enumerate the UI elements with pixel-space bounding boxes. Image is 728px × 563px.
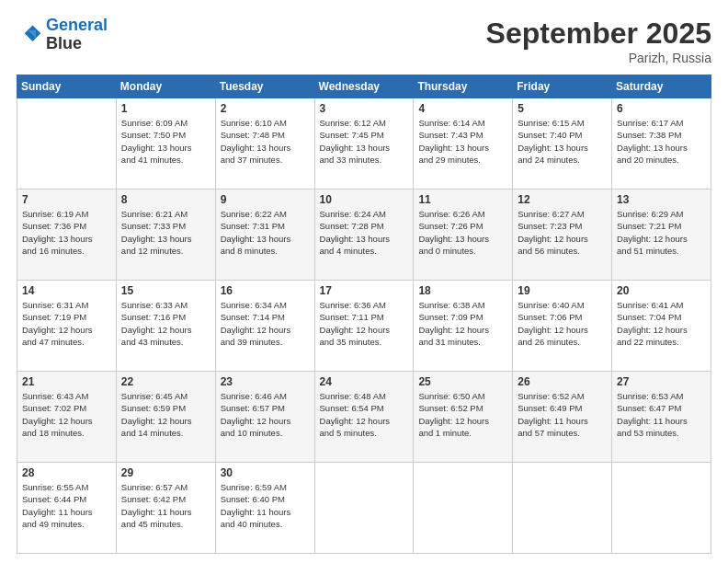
table-row: 25Sunrise: 6:50 AMSunset: 6:52 PMDayligh… <box>414 372 513 463</box>
table-row: 27Sunrise: 6:53 AMSunset: 6:47 PMDayligh… <box>612 372 711 463</box>
day-number: 14 <box>22 284 111 297</box>
table-row <box>414 463 513 554</box>
table-row: 4Sunrise: 6:14 AMSunset: 7:43 PMDaylight… <box>414 98 513 190</box>
table-row: 28Sunrise: 6:55 AMSunset: 6:44 PMDayligh… <box>17 463 117 554</box>
day-number: 5 <box>518 102 607 115</box>
month-title: September 2025 <box>486 17 711 51</box>
header: General Blue September 2025 Parizh, Russ… <box>17 17 711 65</box>
table-row: 15Sunrise: 6:33 AMSunset: 7:16 PMDayligh… <box>116 281 215 372</box>
day-info: Sunrise: 6:33 AMSunset: 7:16 PMDaylight:… <box>121 299 210 348</box>
day-number: 10 <box>320 193 409 206</box>
day-info: Sunrise: 6:43 AMSunset: 7:02 PMDaylight:… <box>22 390 111 439</box>
day-number: 3 <box>320 102 409 115</box>
day-number: 1 <box>121 102 210 115</box>
day-number: 18 <box>418 284 507 297</box>
day-number: 16 <box>221 284 310 297</box>
day-info: Sunrise: 6:17 AMSunset: 7:38 PMDaylight:… <box>617 117 706 166</box>
day-info: Sunrise: 6:24 AMSunset: 7:28 PMDaylight:… <box>320 208 409 257</box>
table-row: 2Sunrise: 6:10 AMSunset: 7:48 PMDaylight… <box>215 98 314 190</box>
calendar-week-row: 1Sunrise: 6:09 AMSunset: 7:50 PMDaylight… <box>17 98 711 190</box>
table-row: 26Sunrise: 6:52 AMSunset: 6:49 PMDayligh… <box>513 372 612 463</box>
logo-text: General Blue <box>46 17 108 53</box>
day-number: 9 <box>221 193 310 206</box>
day-info: Sunrise: 6:48 AMSunset: 6:54 PMDaylight:… <box>320 390 409 439</box>
table-row <box>314 463 414 554</box>
day-info: Sunrise: 6:53 AMSunset: 6:47 PMDaylight:… <box>617 390 706 439</box>
calendar-week-row: 14Sunrise: 6:31 AMSunset: 7:19 PMDayligh… <box>17 281 711 372</box>
day-number: 20 <box>617 284 706 297</box>
day-number: 2 <box>221 102 310 115</box>
day-info: Sunrise: 6:45 AMSunset: 6:59 PMDaylight:… <box>121 390 210 439</box>
table-row: 6Sunrise: 6:17 AMSunset: 7:38 PMDaylight… <box>612 98 711 190</box>
day-number: 8 <box>121 193 210 206</box>
day-info: Sunrise: 6:34 AMSunset: 7:14 PMDaylight:… <box>221 299 310 348</box>
calendar-week-row: 28Sunrise: 6:55 AMSunset: 6:44 PMDayligh… <box>17 463 711 554</box>
day-number: 28 <box>22 466 111 479</box>
logo-line1: General <box>46 16 108 34</box>
day-info: Sunrise: 6:55 AMSunset: 6:44 PMDaylight:… <box>22 481 111 530</box>
day-number: 25 <box>418 375 507 388</box>
calendar-week-row: 7Sunrise: 6:19 AMSunset: 7:36 PMDaylight… <box>17 190 711 281</box>
table-row: 7Sunrise: 6:19 AMSunset: 7:36 PMDaylight… <box>17 190 117 281</box>
calendar-week-row: 21Sunrise: 6:43 AMSunset: 7:02 PMDayligh… <box>17 372 711 463</box>
table-row: 19Sunrise: 6:40 AMSunset: 7:06 PMDayligh… <box>513 281 612 372</box>
table-row: 9Sunrise: 6:22 AMSunset: 7:31 PMDaylight… <box>215 190 314 281</box>
table-row: 21Sunrise: 6:43 AMSunset: 7:02 PMDayligh… <box>17 372 117 463</box>
day-number: 17 <box>320 284 409 297</box>
day-number: 27 <box>617 375 706 388</box>
day-info: Sunrise: 6:40 AMSunset: 7:06 PMDaylight:… <box>518 299 607 348</box>
table-row: 22Sunrise: 6:45 AMSunset: 6:59 PMDayligh… <box>116 372 215 463</box>
table-row: 20Sunrise: 6:41 AMSunset: 7:04 PMDayligh… <box>612 281 711 372</box>
header-monday: Monday <box>116 75 215 98</box>
day-info: Sunrise: 6:10 AMSunset: 7:48 PMDaylight:… <box>221 117 310 166</box>
day-info: Sunrise: 6:59 AMSunset: 6:40 PMDaylight:… <box>221 481 310 530</box>
table-row: 1Sunrise: 6:09 AMSunset: 7:50 PMDaylight… <box>116 98 215 190</box>
day-info: Sunrise: 6:09 AMSunset: 7:50 PMDaylight:… <box>121 117 210 166</box>
day-number: 11 <box>418 193 507 206</box>
title-block: September 2025 Parizh, Russia <box>486 17 711 65</box>
day-number: 23 <box>221 375 310 388</box>
table-row: 29Sunrise: 6:57 AMSunset: 6:42 PMDayligh… <box>116 463 215 554</box>
logo-icon <box>17 22 42 48</box>
day-info: Sunrise: 6:15 AMSunset: 7:40 PMDaylight:… <box>518 117 607 166</box>
table-row: 23Sunrise: 6:46 AMSunset: 6:57 PMDayligh… <box>215 372 314 463</box>
weekday-header-row: Sunday Monday Tuesday Wednesday Thursday… <box>17 75 711 98</box>
day-info: Sunrise: 6:50 AMSunset: 6:52 PMDaylight:… <box>418 390 507 439</box>
day-info: Sunrise: 6:26 AMSunset: 7:26 PMDaylight:… <box>418 208 507 257</box>
day-info: Sunrise: 6:19 AMSunset: 7:36 PMDaylight:… <box>22 208 111 257</box>
table-row: 12Sunrise: 6:27 AMSunset: 7:23 PMDayligh… <box>513 190 612 281</box>
day-info: Sunrise: 6:57 AMSunset: 6:42 PMDaylight:… <box>121 481 210 530</box>
header-saturday: Saturday <box>612 75 711 98</box>
logo: General Blue <box>17 17 108 53</box>
day-info: Sunrise: 6:29 AMSunset: 7:21 PMDaylight:… <box>617 208 706 257</box>
calendar-table: Sunday Monday Tuesday Wednesday Thursday… <box>17 75 711 554</box>
day-info: Sunrise: 6:21 AMSunset: 7:33 PMDaylight:… <box>121 208 210 257</box>
day-number: 30 <box>221 466 310 479</box>
day-info: Sunrise: 6:31 AMSunset: 7:19 PMDaylight:… <box>22 299 111 348</box>
day-number: 6 <box>617 102 706 115</box>
header-thursday: Thursday <box>414 75 513 98</box>
location: Parizh, Russia <box>486 51 711 65</box>
table-row: 3Sunrise: 6:12 AMSunset: 7:45 PMDaylight… <box>314 98 414 190</box>
header-friday: Friday <box>513 75 612 98</box>
table-row: 18Sunrise: 6:38 AMSunset: 7:09 PMDayligh… <box>414 281 513 372</box>
day-info: Sunrise: 6:52 AMSunset: 6:49 PMDaylight:… <box>518 390 607 439</box>
day-number: 29 <box>121 466 210 479</box>
day-info: Sunrise: 6:41 AMSunset: 7:04 PMDaylight:… <box>617 299 706 348</box>
table-row: 10Sunrise: 6:24 AMSunset: 7:28 PMDayligh… <box>314 190 414 281</box>
day-number: 26 <box>518 375 607 388</box>
table-row: 11Sunrise: 6:26 AMSunset: 7:26 PMDayligh… <box>414 190 513 281</box>
logo-line2: Blue <box>46 35 108 53</box>
table-row: 17Sunrise: 6:36 AMSunset: 7:11 PMDayligh… <box>314 281 414 372</box>
table-row: 13Sunrise: 6:29 AMSunset: 7:21 PMDayligh… <box>612 190 711 281</box>
table-row: 24Sunrise: 6:48 AMSunset: 6:54 PMDayligh… <box>314 372 414 463</box>
table-row <box>513 463 612 554</box>
header-tuesday: Tuesday <box>215 75 314 98</box>
day-info: Sunrise: 6:22 AMSunset: 7:31 PMDaylight:… <box>221 208 310 257</box>
day-number: 12 <box>518 193 607 206</box>
day-number: 4 <box>418 102 507 115</box>
table-row <box>17 98 117 190</box>
day-number: 13 <box>617 193 706 206</box>
day-info: Sunrise: 6:46 AMSunset: 6:57 PMDaylight:… <box>221 390 310 439</box>
day-info: Sunrise: 6:27 AMSunset: 7:23 PMDaylight:… <box>518 208 607 257</box>
